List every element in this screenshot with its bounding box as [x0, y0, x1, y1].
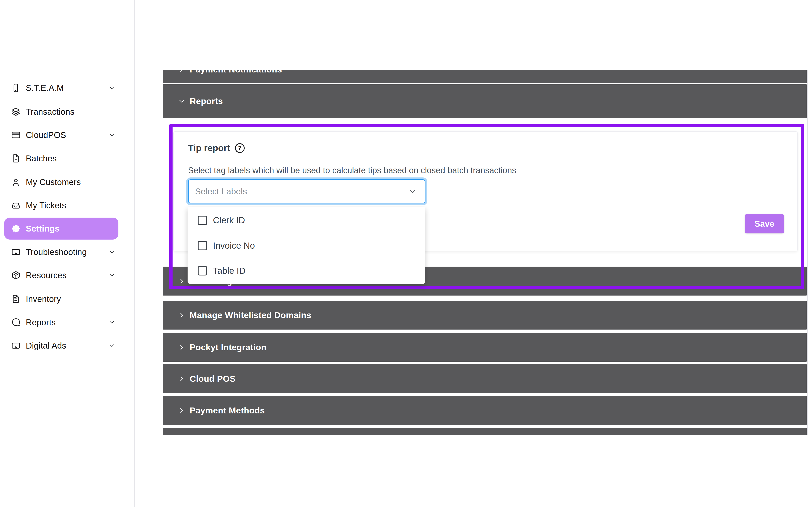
checkbox[interactable]	[198, 266, 207, 276]
sidebar-item-digital-ads[interactable]: Digital Ads	[0, 334, 135, 357]
package-icon	[11, 270, 21, 280]
sidebar-item-label: My Tickets	[26, 201, 66, 210]
select-labels-menu: Clerk IDInvoice NoTable ID	[188, 207, 425, 284]
dropdown-option-label: Table ID	[213, 266, 246, 276]
sidebar-item-troubleshooting[interactable]: Troubleshooting	[0, 240, 135, 264]
accordion-header-label: Manage Whitelisted Domains	[190, 310, 311, 320]
sidebar-item-label: My Customers	[26, 177, 81, 187]
accordion-header-payment-methods[interactable]: Payment Methods	[163, 396, 807, 425]
sidebar-item-label: Reports	[26, 318, 56, 327]
accordion-header-payment-notifications[interactable]: Payment Notifications	[163, 70, 807, 83]
accordion-header-label: Reports	[190, 96, 223, 106]
sidebar-item-transactions[interactable]: Transactions	[0, 100, 135, 123]
chevron-down-icon	[108, 248, 115, 256]
select-labels-placeholder: Select Labels	[195, 186, 247, 196]
accordion-header-label: Payment Notifications	[190, 70, 282, 74]
chevron-down-icon	[408, 187, 417, 196]
dropdown-option-clerk-id[interactable]: Clerk ID	[188, 209, 425, 232]
chevron-right-icon	[178, 70, 186, 73]
accordion-header-cloud-pos[interactable]: Cloud POS	[163, 364, 807, 393]
sidebar: S.T.E.A.MTransactionsCloudPOSBatchesMy C…	[0, 0, 135, 507]
chevron-down-icon	[108, 84, 115, 92]
sidebar-item-reports[interactable]: Reports	[0, 311, 135, 334]
chevron-right-icon	[178, 375, 186, 383]
accordion-header-reports[interactable]: Reports	[163, 84, 807, 118]
content-panel-edge	[807, 70, 808, 435]
accordion-header-manage-whitelisted-domains[interactable]: Manage Whitelisted Domains	[163, 300, 807, 330]
chat-icon	[11, 318, 21, 327]
chevron-right-icon	[178, 312, 186, 319]
dropdown-option-label: Clerk ID	[213, 215, 245, 225]
select-labels-dropdown[interactable]: Select Labels	[188, 179, 425, 204]
chevron-down-icon	[108, 272, 115, 279]
tip-report-title-row: Tip report ?	[188, 143, 245, 153]
tablet-icon	[11, 83, 21, 93]
sidebar-item-label: Digital Ads	[26, 341, 66, 350]
accordion-header-label: Payment Methods	[190, 405, 265, 415]
tip-report-title: Tip report	[188, 143, 230, 153]
person-icon	[11, 177, 21, 187]
dropdown-option-table-id[interactable]: Table ID	[188, 259, 425, 283]
sidebar-item-my-tickets[interactable]: My Tickets	[0, 194, 135, 217]
sidebar-item-label: S.T.E.A.M	[26, 83, 64, 93]
dropdown-option-label: Invoice No	[213, 241, 255, 251]
sidebar-item-cloudpos[interactable]: CloudPOS	[0, 123, 135, 147]
accordion-header-hidden[interactable]	[163, 428, 807, 435]
sidebar-item-batches[interactable]: Batches	[0, 147, 135, 170]
sidebar-item-label: CloudPOS	[26, 130, 66, 140]
active-item-pill	[4, 218, 118, 239]
document-icon	[11, 294, 21, 304]
credit-card-icon	[11, 130, 21, 140]
help-circle-icon[interactable]: ?	[235, 143, 245, 153]
chevron-down-icon	[108, 319, 115, 326]
tip-report-description: Select tag labels which will be used to …	[188, 166, 516, 175]
sidebar-item-inventory[interactable]: Inventory	[0, 287, 135, 311]
screen-share-icon	[11, 247, 21, 257]
inbox-icon	[11, 201, 21, 210]
chevron-down-icon	[108, 342, 115, 349]
sidebar-item-label: Troubleshooting	[26, 247, 87, 257]
sidebar-item-label: Batches	[26, 154, 57, 163]
layers-icon	[11, 107, 21, 117]
dropdown-option-invoice-no[interactable]: Invoice No	[188, 234, 425, 258]
accordion-header-label: Pockyt Integration	[190, 342, 266, 352]
chevron-down-icon	[178, 97, 186, 105]
chevron-right-icon	[178, 343, 186, 351]
flower-icon	[11, 224, 21, 233]
file-icon	[11, 154, 21, 163]
sidebar-item-settings[interactable]: Settings	[0, 217, 135, 240]
sidebar-item-label: Resources	[26, 271, 67, 280]
save-button[interactable]: Save	[745, 214, 784, 233]
checkbox[interactable]	[198, 241, 207, 250]
sidebar-item-label: Transactions	[26, 107, 74, 117]
sidebar-item-my-customers[interactable]: My Customers	[0, 170, 135, 194]
sidebar-item-s-t-e-a-m[interactable]: S.T.E.A.M	[0, 76, 135, 100]
settings-accordion-list: Payment NotificationsReportsSMS Integrat…	[163, 70, 808, 435]
sidebar-item-label: Settings	[26, 224, 59, 233]
chevron-right-icon	[178, 277, 186, 285]
screencast-icon	[11, 341, 21, 350]
accordion-header-pockyt-integration[interactable]: Pockyt Integration	[163, 333, 807, 362]
chevron-down-icon	[108, 131, 115, 138]
sidebar-item-label: Inventory	[26, 294, 61, 304]
checkbox[interactable]	[198, 216, 207, 225]
chevron-right-icon	[178, 407, 186, 414]
sidebar-item-resources[interactable]: Resources	[0, 264, 135, 287]
accordion-header-label: Cloud POS	[190, 374, 236, 384]
